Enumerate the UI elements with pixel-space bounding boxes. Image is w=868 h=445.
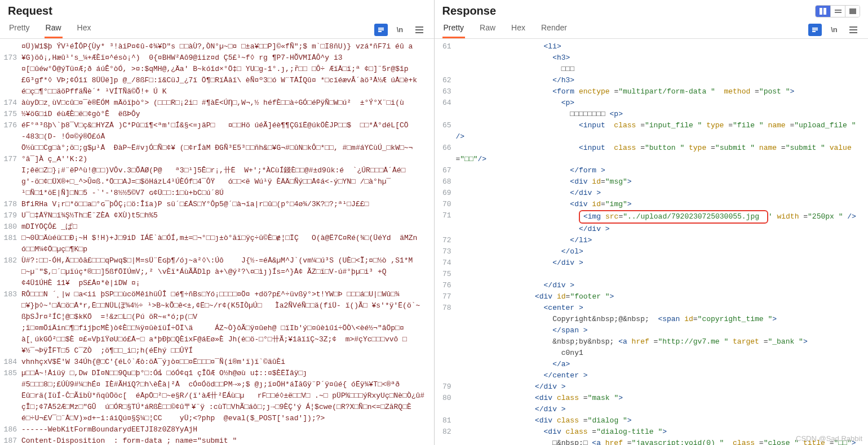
layout-split-button[interactable] <box>816 6 830 17</box>
actions-icon[interactable] <box>808 24 822 36</box>
tab-pretty[interactable]: Pretty <box>442 21 466 38</box>
tab-raw[interactable]: Raw <box>45 21 63 38</box>
tab-pretty[interactable]: Pretty <box>8 21 31 38</box>
layout-single-button[interactable] <box>845 6 860 17</box>
tab-hex[interactable]: Hex <box>76 21 92 38</box>
svg-rect-1 <box>378 29 384 30</box>
svg-rect-5 <box>812 31 816 32</box>
tab-render[interactable]: Render <box>540 21 568 38</box>
response-title: Response <box>442 5 497 17</box>
svg-rect-0 <box>378 28 384 29</box>
tab-hex[interactable]: Hex <box>510 21 526 38</box>
request-tabs: Pretty Raw Hex \n <box>0 17 434 39</box>
layout-segmented <box>815 5 860 17</box>
svg-rect-2 <box>378 31 382 32</box>
layout-stack-button[interactable] <box>830 6 845 17</box>
request-pane: Request Pretty Raw Hex \n ¤Ü)W1$þ ÝV¹éÎÔ… <box>0 0 435 445</box>
tab-raw[interactable]: Raw <box>479 21 497 38</box>
menu-icon[interactable] <box>413 24 426 36</box>
svg-rect-4 <box>812 29 818 30</box>
response-pane: Response Pretty Raw Hex Render \n 61 <l <box>435 0 869 445</box>
response-header: Response <box>435 0 869 17</box>
svg-rect-3 <box>812 28 818 29</box>
actions-icon[interactable] <box>374 24 388 36</box>
response-tabs: Pretty Raw Hex Render \n <box>435 17 869 39</box>
newline-toggle[interactable]: \n <box>827 24 841 36</box>
menu-icon[interactable] <box>847 24 860 36</box>
watermark: CSDN @Sad Rabbit <box>796 434 862 443</box>
request-header: Request <box>0 0 434 17</box>
request-body[interactable]: ¤Ü)W1$þ ÝV¹éÎÔP{Ùy* ³!àiP¤¢û-¢¾¥D"s □□àÙ… <box>0 39 434 445</box>
request-title: Request <box>8 5 52 17</box>
newline-toggle[interactable]: \n <box>393 24 407 36</box>
response-body[interactable]: 61 <li> <h3> □□□62 </h3>63 <form enctype… <box>435 39 869 445</box>
